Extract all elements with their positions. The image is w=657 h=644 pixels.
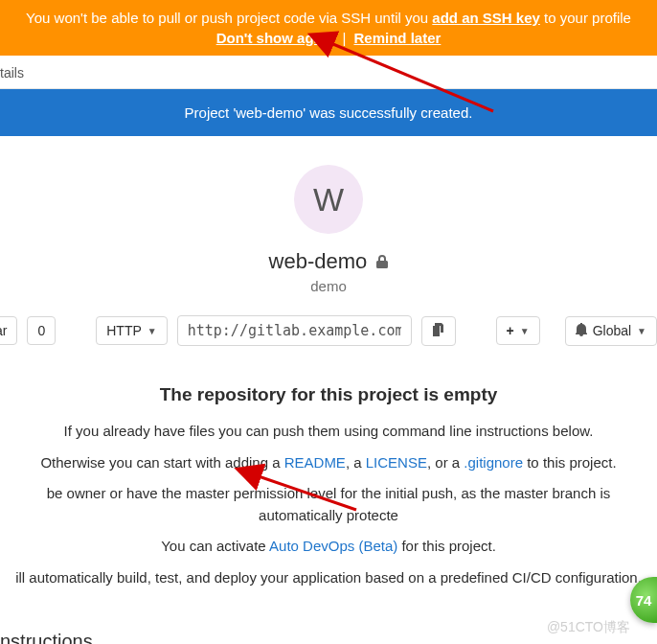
project-avatar: W — [294, 165, 363, 234]
ssh-banner-suffix: to your profile — [540, 10, 631, 26]
caret-down-icon: ▼ — [520, 326, 530, 336]
gitignore-link[interactable]: .gitignore — [464, 454, 523, 471]
empty-p1: If you already have files you can push t… — [8, 421, 649, 443]
caret-down-icon: ▼ — [147, 326, 157, 336]
avatar-letter: W — [313, 181, 344, 218]
success-message: Project 'web-demo' was successfully crea… — [185, 104, 473, 121]
clone-url-input[interactable] — [177, 315, 412, 346]
autodevops-link[interactable]: Auto DevOps (Beta) — [269, 538, 397, 554]
license-link[interactable]: LICENSE — [366, 454, 427, 471]
empty-p5: ill automatically build, test, and deplo… — [8, 567, 649, 589]
project-header: W web-demo demo — [0, 136, 657, 310]
lock-icon — [376, 256, 388, 271]
remind-later-link[interactable]: Remind later — [353, 30, 441, 46]
copy-icon — [432, 323, 445, 339]
empty-repo-section: The repository for this project is empty… — [0, 352, 657, 588]
clone-protocol-dropdown[interactable]: HTTP▼ — [96, 316, 167, 345]
ssh-banner-text: You won't be able to pull or push projec… — [26, 10, 432, 26]
empty-p4: You can activate Auto DevOps (Beta) for … — [8, 536, 649, 558]
caret-down-icon: ▼ — [637, 326, 646, 336]
add-ssh-key-link[interactable]: add an SSH key — [432, 10, 540, 26]
empty-heading: The repository for this project is empty — [8, 384, 649, 405]
project-name: web-demo — [0, 249, 657, 274]
ssh-warning-banner: You won't be able to pull or push projec… — [0, 0, 657, 56]
separator: | — [342, 30, 346, 46]
tab-bar: tails — [0, 56, 657, 89]
bell-icon — [576, 323, 587, 339]
readme-link[interactable]: README — [284, 454, 346, 471]
add-dropdown[interactable]: +▼ — [496, 316, 540, 345]
success-banner: Project 'web-demo' was successfully crea… — [0, 89, 657, 136]
star-button[interactable]: ar — [0, 316, 17, 345]
tab-details[interactable]: tails — [0, 65, 24, 80]
notifications-dropdown[interactable]: Global ▼ — [565, 316, 657, 346]
dont-show-again-link[interactable]: Don't show again — [216, 30, 335, 46]
copy-url-button[interactable] — [421, 316, 456, 346]
plus-icon: + — [507, 323, 514, 338]
project-namespace: demo — [0, 278, 657, 294]
empty-p3: be owner or have the master permission l… — [8, 483, 649, 526]
empty-p2: Otherwise you can start with adding a RE… — [8, 452, 649, 474]
project-toolbar: ar 0 HTTP▼ +▼ Global ▼ — [0, 310, 657, 352]
star-count[interactable]: 0 — [27, 316, 56, 345]
watermark: @51CTO博客 — [547, 619, 630, 636]
